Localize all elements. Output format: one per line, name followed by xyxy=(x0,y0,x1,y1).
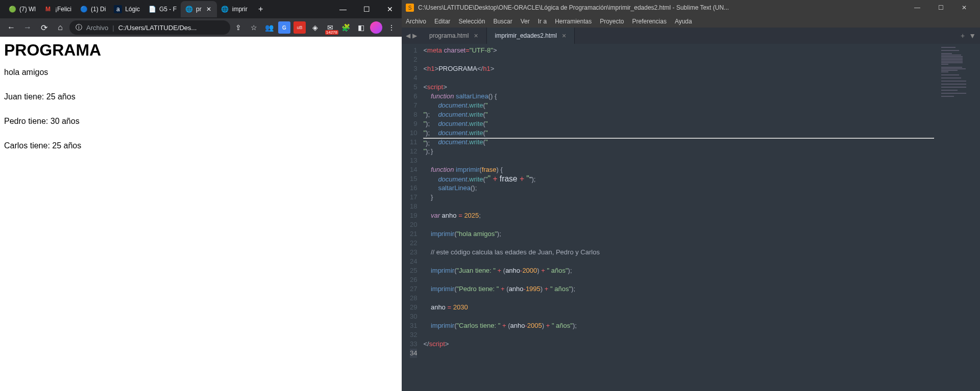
menu-seleccion[interactable]: Selección xyxy=(458,18,485,25)
back-button[interactable]: ← xyxy=(4,20,18,35)
window-controls: — ☐ ✕ xyxy=(905,0,976,15)
minimize-button[interactable]: — xyxy=(905,0,929,15)
tab-title: imprir xyxy=(232,6,248,13)
maximize-button[interactable]: ☐ xyxy=(355,0,378,18)
page-content: PROGRAMA hola amigos Juan tiene: 25 años… xyxy=(0,37,402,391)
sublime-logo-icon: S xyxy=(406,4,414,12)
forward-button[interactable]: → xyxy=(20,20,35,35)
new-file-icon[interactable]: + xyxy=(961,32,965,40)
browser-tab[interactable]: 📄G5 - F xyxy=(144,1,181,17)
avatar[interactable] xyxy=(370,21,382,34)
browser-tab-active[interactable]: 🌐pr✕ xyxy=(181,1,217,17)
menubar: Archivo Editar Selección Buscar Ver Ir a… xyxy=(402,15,980,28)
extensions-icon[interactable]: 🧩 xyxy=(339,21,352,34)
badge-count: 14278 xyxy=(325,30,338,35)
extension-icon[interactable]: G xyxy=(278,21,290,34)
menu-ver[interactable]: Ver xyxy=(521,18,530,25)
menu-ayuda[interactable]: Ayuda xyxy=(675,18,692,25)
page-heading: PROGRAMA xyxy=(4,41,398,60)
sublime-window: S C:\Users\LATITUDE\Desktop\ONE-ORACLE\L… xyxy=(402,0,980,391)
tab-title: pr xyxy=(196,6,202,13)
editor[interactable]: 1234567891011121314151617181920212223242… xyxy=(402,44,980,391)
tab-favicon: 🌐 xyxy=(185,5,193,13)
tab-favicon: 🔵 xyxy=(80,5,88,13)
browser-tab[interactable]: aLógic xyxy=(110,1,144,17)
maximize-button[interactable]: ☐ xyxy=(929,0,952,15)
browser-tab[interactable]: M¡Felici xyxy=(40,1,76,17)
menu-proyecto[interactable]: Proyecto xyxy=(600,18,624,25)
menu-herramientas[interactable]: Herramientas xyxy=(555,18,592,25)
extension-icon[interactable]: ◈ xyxy=(309,21,321,34)
info-icon[interactable]: ⓘ xyxy=(76,23,82,32)
page-text: hola amigos xyxy=(4,68,398,77)
tab-next-icon[interactable]: ▶ xyxy=(412,32,417,39)
sidepanel-icon[interactable]: ◧ xyxy=(355,21,367,34)
minimize-button[interactable]: — xyxy=(331,0,355,18)
tab-favicon: M xyxy=(44,5,52,13)
url-text: C:/Users/LATITUDE/Des... xyxy=(118,24,197,32)
tab-right-controls: + ▼ xyxy=(957,32,980,40)
window-title: C:\Users\LATITUDE\Desktop\ONE-ORACLE\Lóg… xyxy=(418,4,905,11)
window-controls: — ☐ ✕ xyxy=(331,0,402,18)
tab-favicon: a xyxy=(114,5,122,13)
menu-archivo[interactable]: Archivo xyxy=(406,18,426,25)
page-text: Juan tiene: 25 años xyxy=(4,92,398,101)
close-button[interactable]: ✕ xyxy=(378,0,402,18)
close-icon[interactable]: × xyxy=(562,32,566,40)
star-icon[interactable]: ☆ xyxy=(248,21,260,34)
close-button[interactable]: ✕ xyxy=(952,0,976,15)
share-icon[interactable]: ⇪ xyxy=(232,21,244,34)
chrome-window: 🟢(7) Wl M¡Felici 🔵(1) Di aLógic 📄G5 - F … xyxy=(0,0,402,391)
divider: | xyxy=(112,24,114,32)
reload-button[interactable]: ⟳ xyxy=(37,20,51,35)
menu-editar[interactable]: Editar xyxy=(434,18,450,25)
tab-favicon: 🌐 xyxy=(221,5,229,13)
browser-tab[interactable]: 🟢(7) Wl xyxy=(4,1,40,17)
tab-prev-icon[interactable]: ◀ xyxy=(406,32,410,39)
url-scheme: Archivo xyxy=(86,24,108,32)
browser-tab[interactable]: 🔵(1) Di xyxy=(76,1,110,17)
code-area[interactable]: <meta charset="UTF-8"> <h1>PROGRAMA</h1>… xyxy=(422,44,934,391)
tabs-strip: 🟢(7) Wl M¡Felici 🔵(1) Di aLógic 📄G5 - F … xyxy=(0,0,331,18)
tab-title: ¡Felici xyxy=(55,6,71,13)
home-button[interactable]: ⌂ xyxy=(53,20,67,35)
url-bar[interactable]: ⓘ Archivo | C:/Users/LATITUDE/Des... xyxy=(69,20,230,35)
gutter: 1234567891011121314151617181920212223242… xyxy=(402,44,422,391)
menu-preferencias[interactable]: Preferencias xyxy=(632,18,667,25)
file-tab-name: programa.html xyxy=(429,32,469,39)
browser-tab[interactable]: 🌐imprir xyxy=(217,1,252,17)
menu-buscar[interactable]: Buscar xyxy=(493,18,512,25)
sublime-titlebar: S C:\Users\LATITUDE\Desktop\ONE-ORACLE\L… xyxy=(402,0,980,15)
close-icon[interactable]: ✕ xyxy=(205,5,213,13)
menu-icon[interactable]: ⋮ xyxy=(385,21,398,34)
file-tabbar: ◀ ▶ programa.html× imprimir_edades2.html… xyxy=(402,28,980,44)
dropdown-icon[interactable]: ▼ xyxy=(969,32,976,40)
tab-favicon: 🟢 xyxy=(8,5,16,13)
chrome-titlebar: 🟢(7) Wl M¡Felici 🔵(1) Di aLógic 📄G5 - F … xyxy=(0,0,402,18)
extension-icon[interactable]: 👥 xyxy=(263,21,275,34)
file-tab-name: imprimir_edades2.html xyxy=(495,32,557,39)
close-icon[interactable]: × xyxy=(474,32,478,40)
page-text: Pedro tiene: 30 años xyxy=(4,117,398,126)
tab-title: (7) Wl xyxy=(19,6,36,13)
file-tab-active[interactable]: imprimir_edades2.html× xyxy=(487,28,575,44)
tab-favicon: 📄 xyxy=(148,5,156,13)
tab-title: Lógic xyxy=(125,6,140,13)
tab-title: (1) Di xyxy=(91,6,106,13)
file-tab[interactable]: programa.html× xyxy=(421,28,487,44)
page-text: Carlos tiene: 25 años xyxy=(4,141,398,150)
chrome-toolbar: ← → ⟳ ⌂ ⓘ Archivo | C:/Users/LATITUDE/De… xyxy=(0,18,402,37)
tab-nav: ◀ ▶ xyxy=(402,32,421,39)
extensions-area: ⇪ ☆ 👥 G uB ◈ ✉14278 🧩 ◧ ⋮ xyxy=(232,21,398,34)
minimap[interactable] xyxy=(934,44,980,391)
tab-title: G5 - F xyxy=(159,6,177,13)
extension-icon[interactable]: ✉14278 xyxy=(324,21,336,34)
menu-ira[interactable]: Ir a xyxy=(538,18,547,25)
new-tab-button[interactable]: + xyxy=(254,2,268,16)
extension-icon[interactable]: uB xyxy=(293,21,306,34)
